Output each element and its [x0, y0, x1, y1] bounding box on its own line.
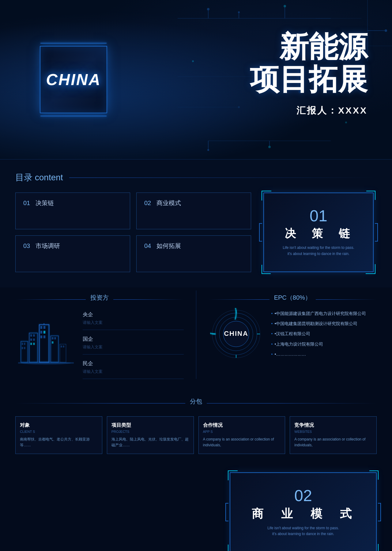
svg-rect-32 — [30, 339, 32, 341]
city-illustration — [15, 308, 77, 369]
epc-company-5: •………………… — [271, 349, 377, 359]
svg-rect-38 — [43, 326, 45, 329]
svg-point-10 — [385, 29, 387, 32]
svg-text:CHINA: CHINA — [224, 330, 248, 337]
epc-content: CHINA •中国能源建设集团广西电力设计研究院有限公司 •中国电建集团昆明勘测… — [209, 308, 377, 360]
svg-rect-28 — [24, 347, 25, 349]
subcontract-col-projects: 项目类型 PROJECTS 海上风电、陆上风电、光伏、垃圾发发电厂、超磁产业…… — [107, 416, 194, 454]
chip-container: CHINA — [24, 31, 123, 129]
invest-item-state: 国企 请输入文案 — [83, 335, 184, 354]
subcontract-title: 分包 — [15, 394, 377, 412]
svg-rect-35 — [33, 343, 35, 345]
svg-rect-33 — [33, 339, 35, 341]
svg-rect-41 — [40, 335, 42, 338]
invest-item-central: 央企 请输入文案 — [83, 311, 184, 330]
subcontract-col-cooperation: 合作情况 APP S A company is an association o… — [198, 416, 285, 454]
biz-tech-card: 02 商 业 模 式 Life isn't about waiting for … — [230, 472, 377, 551]
svg-rect-49 — [61, 346, 62, 347]
biz-card-section: 02 商 业 模 式 Life isn't about waiting for … — [0, 469, 392, 551]
svg-rect-39 — [40, 331, 42, 334]
svg-rect-25 — [22, 343, 23, 345]
svg-point-22 — [345, 122, 347, 123]
invest-left: 投资方 — [15, 290, 196, 379]
svg-rect-31 — [33, 334, 35, 336]
epc-company-3: •汉锐工程有限公司 — [271, 329, 377, 339]
svg-rect-30 — [30, 334, 32, 336]
toc-card-area: 01 决 策 链 Life isn't about waiting for th… — [260, 193, 377, 272]
svg-rect-40 — [43, 331, 45, 334]
toc-header: 目录 content — [15, 172, 377, 183]
svg-rect-47 — [52, 341, 53, 343]
svg-rect-45 — [52, 337, 53, 339]
epc-title: EPC（80%） — [209, 290, 377, 308]
svg-point-4 — [238, 11, 240, 13]
svg-point-2 — [207, 8, 209, 10]
svg-rect-44 — [51, 336, 58, 362]
corner-tr — [366, 191, 375, 200]
hero-title-area: 新能源 项目拓展 汇报人：XXXX — [250, 31, 368, 117]
svg-rect-50 — [63, 346, 64, 347]
invest-items: 央企 请输入文案 国企 请输入文案 民企 请输入文案 — [83, 308, 184, 379]
svg-point-14 — [238, 106, 240, 108]
toc-item-3[interactable]: 03 市场调研 — [15, 235, 130, 272]
bracket-right — [375, 223, 378, 242]
toc-item-1[interactable]: 01 决策链 — [15, 193, 130, 229]
toc-item-4[interactable]: 04 如何拓展 — [136, 235, 251, 272]
toc-grid: 01 决策链 02 商业模式 03 市场调研 04 如何拓展 01 — [15, 193, 377, 272]
hero-reporter: 汇报人：XXXX — [250, 104, 368, 117]
bracket-left — [259, 223, 262, 242]
toc-items-left: 01 决策链 02 商业模式 03 市场调研 04 如何拓展 — [15, 193, 251, 272]
svg-point-51 — [21, 362, 71, 365]
svg-rect-37 — [40, 326, 42, 329]
biz-bracket-l — [225, 503, 228, 521]
epc-companies-list: •中国能源建设集团广西电力设计研究院有限公司 •中国电建集团昆明勘测设计研究院有… — [271, 309, 377, 359]
svg-rect-27 — [22, 347, 23, 349]
toc-tech-card: 01 决 策 链 Life isn't about waiting for th… — [263, 193, 374, 272]
svg-rect-36 — [39, 325, 49, 362]
subcontract-col-client: 对象 CLIENT S 南南帮扶、吉都电气、老公共方、长顾亚游等…… — [15, 416, 102, 454]
epc-circle: CHINA — [209, 308, 264, 360]
chip-text: CHINA — [46, 70, 101, 89]
epc-company-1: •中国能源建设集团广西电力设计研究院有限公司 — [271, 309, 377, 319]
svg-rect-29 — [29, 333, 37, 362]
invest-epc-section: 投资方 — [0, 287, 392, 391]
svg-point-19 — [268, 146, 271, 148]
hero-main-title: 新能源 项目拓展 — [250, 31, 368, 95]
svg-point-6 — [284, 5, 286, 7]
svg-rect-46 — [54, 337, 56, 339]
invest-item-private: 民企 请输入文案 — [83, 360, 184, 379]
svg-point-17 — [207, 149, 209, 151]
epc-right: EPC（80%） — [196, 290, 377, 379]
biz-corner-tr — [369, 470, 379, 480]
toc-item-2[interactable]: 02 商业模式 — [136, 193, 251, 229]
epc-company-2: •中国电建集团昆明勘测设计研究院有限公司 — [271, 319, 377, 329]
invest-title: 投资方 — [15, 290, 184, 308]
svg-rect-26 — [24, 343, 25, 345]
epc-company-4: •上海电力设计院有限公司 — [271, 339, 377, 349]
corner-bl — [262, 265, 271, 274]
biz-corner-bl — [228, 545, 237, 551]
svg-point-20 — [192, 60, 194, 62]
subcontract-col-competition: 竞争情况 WEBSITES A company is an associatio… — [290, 416, 377, 454]
svg-rect-34 — [30, 343, 32, 345]
chip-box: CHINA — [40, 46, 107, 113]
subcontract-grid: 对象 CLIENT S 南南帮扶、吉都电气、老公共方、长顾亚游等…… 项目类型 … — [15, 416, 377, 454]
biz-bracket-r — [378, 503, 381, 521]
invest-content: 央企 请输入文案 国企 请输入文案 民企 请输入文案 — [15, 308, 184, 379]
svg-rect-42 — [43, 335, 45, 338]
toc-section: 目录 content 01 决策链 02 商业模式 03 市场调研 04 如何拓… — [0, 159, 392, 287]
subcontract-section: 分包 对象 CLIENT S 南南帮扶、吉都电气、老公共方、长顾亚游等…… 项目… — [0, 391, 392, 469]
hero-section: CHINA 新能源 项目拓展 汇报人：XXXX — [0, 0, 392, 159]
